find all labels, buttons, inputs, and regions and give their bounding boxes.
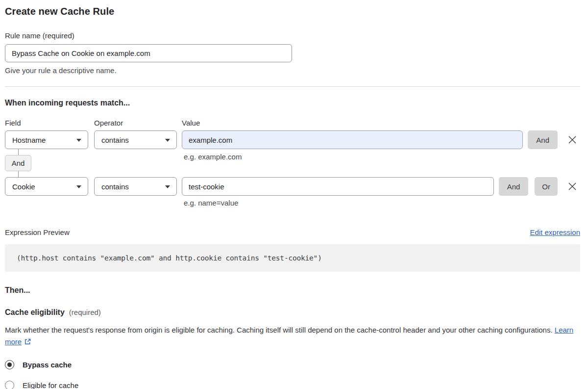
condition-column-labels: Field Operator Value: [5, 119, 580, 127]
radio-eligible-for-cache[interactable]: Eligible for cache: [5, 381, 580, 389]
operator-select[interactable]: contains: [94, 130, 177, 149]
edit-expression-link[interactable]: Edit expression: [530, 228, 580, 236]
rule-name-help: Give your rule a descriptive name.: [5, 66, 580, 75]
radio-button-icon: [5, 381, 14, 389]
operator-select[interactable]: contains: [94, 177, 177, 196]
radio-bypass-cache[interactable]: Bypass cache: [5, 360, 580, 369]
connector-and-button[interactable]: And: [5, 155, 31, 171]
description-text: Mark whether the request's response from…: [5, 326, 553, 334]
field-select[interactable]: Cookie: [5, 177, 88, 196]
remove-condition-button[interactable]: [566, 133, 579, 146]
rule-name-input[interactable]: [5, 44, 292, 62]
condition-row: Hostname contains And: [5, 130, 580, 149]
radio-label: Bypass cache: [23, 361, 72, 369]
chevron-down-icon: [76, 139, 81, 142]
operator-select-value: contains: [101, 136, 129, 144]
field-select-value: Hostname: [12, 136, 46, 144]
rule-name-label: Rule name (required): [5, 31, 580, 40]
page-title: Create new Cache Rule: [5, 6, 580, 17]
value-column-label: Value: [182, 119, 580, 127]
condition-connector: And: [5, 149, 31, 177]
field-column-label: Field: [5, 119, 94, 127]
chevron-down-icon: [165, 185, 170, 188]
match-heading: When incoming requests match...: [5, 99, 580, 107]
cache-eligibility-title: Cache eligibility: [5, 308, 65, 317]
chevron-down-icon: [76, 185, 81, 188]
cache-eligibility-heading: Cache eligibility (required): [5, 308, 580, 317]
section-divider: [5, 86, 580, 87]
connector-line: [18, 149, 19, 155]
connector-region: e.g. example.com And: [5, 149, 580, 177]
then-heading: Then...: [5, 286, 580, 295]
value-hint: e.g. name=value: [184, 199, 580, 207]
expression-preview-label: Expression Preview: [5, 228, 70, 236]
value-hint: e.g. example.com: [184, 153, 242, 161]
external-link-icon: [24, 337, 31, 349]
add-and-condition-button[interactable]: And: [528, 130, 558, 149]
connector-line: [18, 171, 19, 177]
radio-label: Eligible for cache: [23, 381, 78, 389]
expression-preview-header: Expression Preview Edit expression: [5, 228, 580, 236]
row-actions: And Or: [499, 177, 580, 196]
field-select[interactable]: Hostname: [5, 130, 88, 149]
row-actions: And: [528, 130, 580, 149]
required-note: (required): [69, 308, 101, 316]
chevron-down-icon: [165, 139, 170, 142]
condition-row: Cookie contains And Or: [5, 177, 580, 196]
remove-condition-button[interactable]: [566, 180, 579, 193]
operator-select-value: contains: [101, 182, 129, 191]
expression-code: (http.host contains "example.com" and ht…: [5, 244, 580, 272]
field-select-value: Cookie: [12, 182, 35, 191]
value-input[interactable]: [182, 130, 523, 149]
create-cache-rule-form: Create new Cache Rule Rule name (require…: [5, 0, 580, 389]
close-icon: [567, 134, 578, 145]
operator-column-label: Operator: [94, 119, 182, 127]
add-and-condition-button[interactable]: And: [499, 177, 529, 196]
value-input[interactable]: [182, 177, 494, 196]
cache-eligibility-description: Mark whether the request's response from…: [5, 324, 575, 349]
radio-button-icon: [5, 360, 14, 369]
close-icon: [567, 181, 578, 192]
add-or-condition-button[interactable]: Or: [535, 177, 558, 196]
